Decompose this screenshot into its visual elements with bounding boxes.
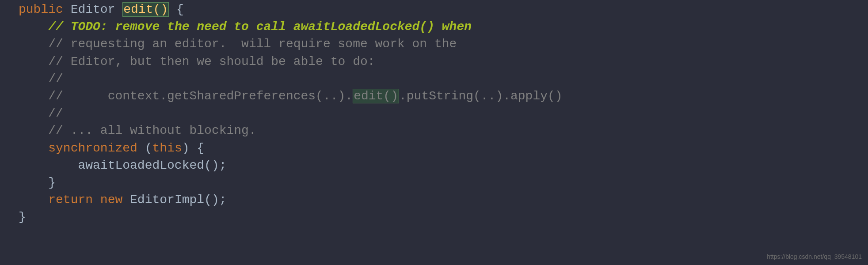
method-edit-highlighted: edit() — [122, 2, 169, 17]
type-editor: Editor — [63, 3, 122, 16]
code-line-2: // TODO: remove the need to call awaitLo… — [19, 18, 868, 35]
code-line-1: public Editor edit() { — [19, 1, 868, 18]
edit-highlight-in-comment: edit() — [353, 89, 399, 103]
comment-text: // ... all without blocking. — [48, 124, 256, 137]
comment-suffix: .putString(..).apply() — [399, 89, 563, 103]
comment-text: // requesting an editor. will require so… — [48, 37, 457, 51]
paren-open: ( — [137, 141, 152, 155]
close-brace-method: } — [19, 210, 26, 224]
paren-close-brace: ) { — [182, 141, 204, 155]
code-line-7: // — [19, 105, 868, 122]
code-line-13: return new EditorImpl(); — [19, 191, 868, 208]
code-line-4: // Editor, but then we should be able to… — [19, 53, 868, 70]
code-line-8: // ... all without blocking. — [19, 122, 868, 139]
code-editor-view[interactable]: public Editor edit() { // TODO: remove t… — [0, 1, 868, 226]
code-line-10: awaitLoadedLocked(); — [19, 157, 868, 174]
code-line-6: // context.getSharedPreferences(..).edit… — [19, 87, 868, 105]
code-line-5: // — [19, 70, 868, 87]
keyword-this: this — [152, 141, 182, 155]
keyword-synchronized: synchronized — [48, 141, 137, 155]
keyword-return: return — [48, 193, 93, 207]
close-brace: } — [48, 176, 56, 189]
keyword-public: public — [19, 3, 63, 16]
comment-text: // — [48, 72, 63, 86]
todo-comment: TODO: remove the need to call awaitLoade… — [71, 20, 472, 34]
method-call-awaitloadedlocked: awaitLoadedLocked(); — [78, 159, 226, 172]
comment-text: // — [48, 106, 63, 120]
code-line-9: synchronized (this) { — [19, 140, 868, 157]
constructor-editorimpl: EditorImpl(); — [122, 193, 226, 207]
code-line-3: // requesting an editor. will require so… — [19, 35, 868, 53]
comment-slashes: // — [48, 20, 70, 34]
open-brace: { — [169, 3, 184, 16]
keyword-new: new — [93, 193, 122, 207]
code-line-11: } — [19, 174, 868, 191]
code-line-14: } — [19, 208, 868, 226]
comment-text: // Editor, but then we should be able to… — [48, 55, 375, 68]
comment-prefix: // context.getSharedPreferences(..). — [48, 89, 353, 103]
watermark-text: https://blog.csdn.net/qq_39548101 — [767, 253, 862, 261]
